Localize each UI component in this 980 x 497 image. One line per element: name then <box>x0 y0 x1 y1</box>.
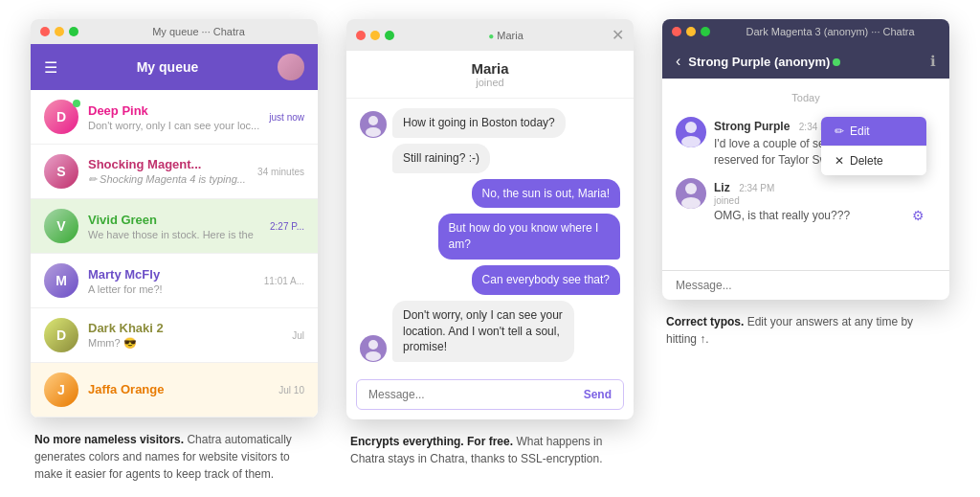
message-bubble: Can everybody see that? <box>472 265 620 295</box>
svg-point-1 <box>366 127 381 137</box>
chat-user-name: Maria <box>356 60 624 77</box>
message-bubble: Still raining? :-) <box>392 144 490 173</box>
maximize-dot[interactable] <box>701 27 710 36</box>
middle-desc-bold: Encrypts everything. For free. <box>350 435 513 448</box>
message-sender: Liz <box>714 181 730 194</box>
right-messages: Today Strong Purple 2:34 PM I'd love a c… <box>662 79 949 270</box>
send-button[interactable]: Send <box>584 388 612 401</box>
list-item[interactable]: S Shocking Magent... ✏ Shocking Magenta … <box>31 145 318 199</box>
item-name: Vivid Green <box>88 213 260 227</box>
svg-point-6 <box>685 183 697 194</box>
svg-point-0 <box>368 116 378 125</box>
chat-messages: How it going in Boston today? Still rain… <box>346 99 634 372</box>
message-content: Liz 2:34 PM joined OMG, is that really y… <box>714 178 936 224</box>
list-item[interactable]: M Marty McFly A letter for me?! 11:01 A.… <box>31 254 318 308</box>
item-info: Vivid Green We have those in stock. Here… <box>88 213 260 240</box>
left-column: My queue ··· Chatra ☰ My queue D Deep Pi… <box>31 19 318 483</box>
right-chat-header: ‹ Strong Purple (anonym) ℹ <box>662 44 949 79</box>
item-time: Jul <box>292 330 304 341</box>
chat-user-info: Maria joined <box>346 51 634 99</box>
item-preview: We have those in stock. Here is the <box>88 229 260 240</box>
liz-status: joined <box>714 195 936 206</box>
message-bubble: How it going in Boston today? <box>392 108 566 138</box>
avatar: V <box>44 209 78 243</box>
close-button[interactable]: ✕ <box>612 26 624 44</box>
left-window: My queue ··· Chatra ☰ My queue D Deep Pi… <box>31 19 318 418</box>
item-info: Shocking Magent... ✏ Shocking Magenta 4 … <box>88 157 248 186</box>
item-preview: Don't worry, only I can see your loc... <box>88 120 259 131</box>
minimize-dot[interactable] <box>370 31 380 40</box>
message-bubble: Don't worry, only I can see your locatio… <box>392 301 574 362</box>
avatar: S <box>44 154 78 189</box>
message-bubble: No, the sun is out, Maria! <box>472 179 620 209</box>
list-item[interactable]: D Dark Khaki 2 Mmm? 😎 Jul <box>31 308 318 363</box>
close-dot[interactable] <box>356 31 366 40</box>
item-name: Deep Pink <box>88 103 259 118</box>
edit-menu-item[interactable]: ✏ Edit <box>821 117 926 146</box>
item-name: Dark Khaki 2 <box>88 321 282 335</box>
svg-point-7 <box>681 197 701 209</box>
svg-point-4 <box>685 122 697 133</box>
chat-user-status: joined <box>356 77 624 88</box>
online-indicator <box>833 58 840 66</box>
info-icon[interactable]: ℹ <box>930 53 936 70</box>
right-window: Dark Magenta 3 (anonym) ··· Chatra ‹ Str… <box>662 19 949 300</box>
queue-header: ☰ My queue <box>31 44 318 90</box>
close-dot[interactable] <box>40 27 50 36</box>
maximize-dot[interactable] <box>69 27 78 36</box>
avatar: D <box>44 318 78 352</box>
right-header-name: Strong Purple (anonym) <box>688 55 923 69</box>
queue-title: My queue <box>57 59 278 75</box>
item-preview: A letter for me?! <box>88 283 255 295</box>
visitor-avatar <box>360 335 387 362</box>
message-row: Still raining? :-) <box>360 144 620 173</box>
online-dot <box>73 100 80 107</box>
item-time: 11:01 A... <box>264 276 304 286</box>
hamburger-icon[interactable]: ☰ <box>44 58 57 77</box>
item-info: Marty McFly A letter for me?! <box>88 267 255 295</box>
message-row: Can everybody see that? <box>360 265 620 295</box>
list-item[interactable]: V Vivid Green We have those in stock. He… <box>31 199 318 254</box>
left-titlebar: My queue ··· Chatra <box>31 19 318 44</box>
message-row: Don't worry, only I can see your locatio… <box>360 301 620 362</box>
item-name: Jaffa Orange <box>88 382 269 396</box>
item-info: Dark Khaki 2 Mmm? 😎 <box>88 321 282 350</box>
middle-titlebar-text: ● Maria <box>405 30 607 41</box>
item-time: 2:27 P... <box>270 221 304 232</box>
message-row: But how do you know where I am? <box>360 214 620 260</box>
maximize-dot[interactable] <box>385 31 394 40</box>
minimize-dot[interactable] <box>686 27 696 36</box>
middle-column: ● Maria ✕ Maria joined How it going in B… <box>346 19 634 467</box>
message-block: Strong Purple 2:34 PM I'd love a couple … <box>676 117 936 169</box>
message-row: No, the sun is out, Maria! <box>360 179 620 209</box>
left-description: No more nameless visitors. Chatra automa… <box>31 431 318 483</box>
svg-point-3 <box>366 351 381 361</box>
right-chat-input-area[interactable] <box>662 270 949 300</box>
settings-icon[interactable]: ⚙ <box>912 208 924 223</box>
back-arrow-icon[interactable]: ‹ <box>676 53 680 70</box>
close-dot[interactable] <box>672 27 681 36</box>
right-titlebar: Dark Magenta 3 (anonym) ··· Chatra <box>662 19 949 44</box>
message-bubble: But how do you know where I am? <box>438 214 620 260</box>
avatar: M <box>44 263 78 298</box>
middle-description: Encrypts everything. For free. What happ… <box>346 433 634 467</box>
delete-menu-item[interactable]: ✕ Delete <box>821 146 926 175</box>
minimize-dot[interactable] <box>55 27 64 36</box>
left-titlebar-text: My queue ··· Chatra <box>89 26 308 37</box>
online-indicator-dot: ● <box>488 31 494 41</box>
item-time: 34 minutes <box>257 167 304 177</box>
item-time: just now <box>269 112 304 123</box>
item-preview: ✏ Shocking Magenta 4 is typing... <box>88 173 248 186</box>
list-item[interactable]: J Jaffa Orange Jul 10 <box>31 363 318 418</box>
message-block: Liz 2:34 PM joined OMG, is that really y… <box>676 178 936 224</box>
chat-input[interactable] <box>368 388 576 401</box>
right-titlebar-text: Dark Magenta 3 (anonym) ··· Chatra <box>721 26 940 37</box>
user-avatar <box>278 54 304 80</box>
right-message-input[interactable] <box>676 279 936 292</box>
message-time: 2:34 PM <box>739 183 774 193</box>
edit-icon: ✏ <box>835 124 844 138</box>
left-desc-bold: No more nameless visitors. <box>34 433 184 446</box>
right-column: Dark Magenta 3 (anonym) ··· Chatra ‹ Str… <box>662 19 949 348</box>
list-item[interactable]: D Deep Pink Don't worry, only I can see … <box>31 90 318 145</box>
message-sender: Strong Purple <box>714 120 790 133</box>
